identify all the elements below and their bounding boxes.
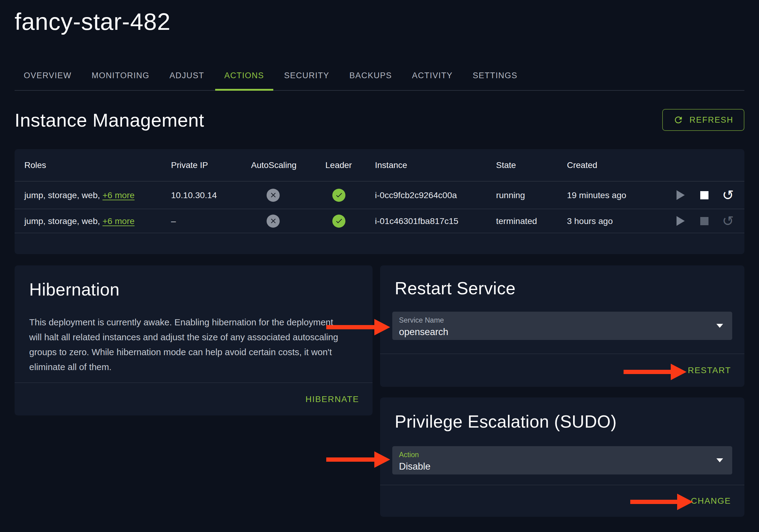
tab-actions[interactable]: ACTIONS xyxy=(215,61,273,90)
start-instance-button[interactable] xyxy=(674,214,687,228)
row-actions: ↺ xyxy=(669,214,735,228)
restart-service-card: Restart Service Service Name opensearch … xyxy=(380,266,744,387)
instance-table: Roles Private IP AutoScaling Leader Inst… xyxy=(15,149,744,254)
hibernation-title: Hibernation xyxy=(29,279,358,300)
state-cell: terminated xyxy=(496,216,567,226)
autoscaling-cell xyxy=(251,189,325,202)
leader-check-icon xyxy=(332,215,345,228)
sudo-action-value: Disable xyxy=(399,461,711,472)
autoscaling-disabled-icon xyxy=(266,189,280,202)
private-ip-cell: 10.10.30.14 xyxy=(171,190,251,200)
stop-icon xyxy=(700,217,708,225)
sudo-action-label: Action xyxy=(399,451,711,459)
table-row: jump, storage, web,+6 more – i-01c46301f… xyxy=(15,209,744,233)
stop-instance-button[interactable] xyxy=(698,188,711,202)
chevron-down-icon xyxy=(716,458,723,462)
roles-more-link[interactable]: +6 more xyxy=(102,216,135,226)
created-cell: 3 hours ago xyxy=(567,216,669,226)
annotation-arrow-restart xyxy=(623,364,687,380)
col-leader: Leader xyxy=(325,160,375,170)
annotation-arrow-action-select xyxy=(326,451,390,468)
created-cell: 19 minutes ago xyxy=(567,190,669,200)
tab-settings[interactable]: SETTINGS xyxy=(463,61,527,90)
annotation-arrow-change xyxy=(630,494,693,510)
section-header: Instance Management REFRESH xyxy=(15,106,744,134)
tab-activity[interactable]: ACTIVITY xyxy=(403,61,462,90)
col-instance: Instance xyxy=(375,160,496,170)
stop-instance-button[interactable] xyxy=(698,214,711,228)
instance-id-cell: i-0cc9fcb2c9264c00a xyxy=(375,190,496,200)
restart-service-title: Restart Service xyxy=(395,277,730,299)
refresh-icon xyxy=(673,115,684,125)
service-name-select[interactable]: Service Name opensearch xyxy=(392,312,732,340)
section-title: Instance Management xyxy=(15,109,204,131)
roles-more-link[interactable]: +6 more xyxy=(102,190,135,200)
start-instance-button[interactable] xyxy=(674,188,687,202)
restart-service-footer: RESTART xyxy=(380,354,744,387)
restart-instance-button[interactable]: ↺ xyxy=(721,188,735,202)
leader-check-icon xyxy=(332,189,345,202)
row-actions: ↺ xyxy=(669,188,735,202)
chevron-down-icon xyxy=(716,324,723,328)
col-state: State xyxy=(496,160,567,170)
refresh-button[interactable]: REFRESH xyxy=(662,109,744,131)
privilege-escalation-title: Privilege Escalation (SUDO) xyxy=(395,411,730,432)
play-icon xyxy=(677,190,685,200)
leader-cell xyxy=(325,189,375,202)
autoscaling-cell xyxy=(251,215,325,228)
roles-cell: jump, storage, web,+6 more xyxy=(24,216,171,226)
tab-security[interactable]: SECURITY xyxy=(275,61,339,90)
stop-icon xyxy=(700,191,708,199)
instance-id-cell: i-01c46301fba817c15 xyxy=(375,216,496,226)
sudo-action-select[interactable]: Action Disable xyxy=(392,446,732,474)
leader-cell xyxy=(325,215,375,228)
page: fancy-star-482 OVERVIEW MONITORING ADJUS… xyxy=(0,0,759,532)
service-name-label: Service Name xyxy=(399,316,711,324)
table-header-row: Roles Private IP AutoScaling Leader Inst… xyxy=(15,149,744,182)
col-private-ip: Private IP xyxy=(171,160,251,170)
tab-adjust[interactable]: ADJUST xyxy=(160,61,213,90)
private-ip-cell: – xyxy=(171,216,251,226)
restart-button[interactable]: RESTART xyxy=(688,365,731,375)
col-created: Created xyxy=(567,160,669,170)
tab-bar: OVERVIEW MONITORING ADJUST ACTIONS SECUR… xyxy=(15,61,744,91)
hibernation-card: Hibernation This deployment is currently… xyxy=(15,266,373,415)
refresh-label: REFRESH xyxy=(690,115,734,125)
change-button[interactable]: CHANGE xyxy=(691,496,731,506)
hibernation-footer: HIBERNATE xyxy=(15,383,373,415)
annotation-arrow-service-select xyxy=(326,319,390,335)
hibernation-description: This deployment is currently awake. Enab… xyxy=(29,315,358,374)
service-name-value: opensearch xyxy=(399,327,711,338)
hibernate-button[interactable]: HIBERNATE xyxy=(305,394,359,404)
restart-icon: ↺ xyxy=(722,214,734,228)
roles-cell: jump, storage, web,+6 more xyxy=(24,190,171,200)
col-autoscaling: AutoScaling xyxy=(251,160,325,170)
restart-icon: ↺ xyxy=(722,188,734,202)
play-icon xyxy=(677,216,685,226)
page-title: fancy-star-482 xyxy=(15,7,744,36)
autoscaling-disabled-icon xyxy=(266,215,280,228)
tab-overview[interactable]: OVERVIEW xyxy=(15,61,81,90)
tab-backups[interactable]: BACKUPS xyxy=(340,61,401,90)
state-cell: running xyxy=(496,190,567,200)
restart-instance-button[interactable]: ↺ xyxy=(721,214,735,228)
tab-monitoring[interactable]: MONITORING xyxy=(82,61,159,90)
col-roles: Roles xyxy=(24,160,171,170)
table-row: jump, storage, web,+6 more 10.10.30.14 i… xyxy=(15,182,744,209)
